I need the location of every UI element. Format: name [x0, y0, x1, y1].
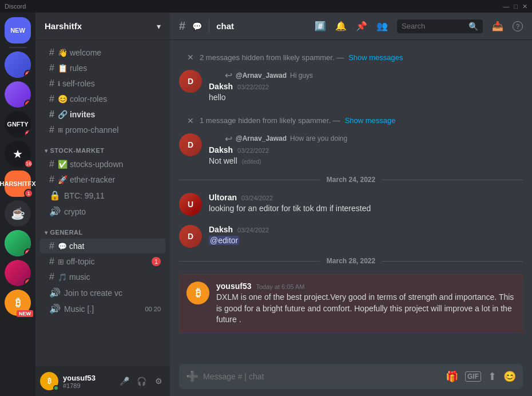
channel-header: # 💬 chat #️⃣ 🔔 📌 👥 🔍 📥 ? — [170, 13, 532, 40]
server-icon-2[interactable]: 6 — [5, 81, 31, 108]
upload-icon[interactable]: ⬆ — [488, 370, 497, 383]
channel-item-ether-tracker[interactable]: # 🚀 ether-tracker — [40, 172, 165, 187]
channel-item-self-roles[interactable]: # ℹ self-roles — [40, 76, 165, 91]
server-header[interactable]: Harshitfx ▾ — [35, 13, 170, 40]
channel-item-crypto[interactable]: 🔊 crypto — [40, 204, 165, 219]
server-icon-1[interactable]: 10 — [5, 52, 31, 78]
category-label: STOCK-MARKET — [50, 147, 105, 154]
author-yousuf: yousuf53 — [216, 282, 251, 291]
channel-item-promo-channel[interactable]: # ⊞ promo-channel — [40, 122, 165, 137]
dismiss-spam-1[interactable]: ✕ — [186, 53, 195, 62]
server-icon-7[interactable]: 10 — [5, 230, 31, 256]
server-icon-8[interactable]: 2 — [5, 260, 31, 286]
server-icon-main[interactable]: NEW — [5, 17, 31, 43]
channel-name: Music [.] — [64, 304, 145, 314]
search-bar[interactable]: 🔍 — [397, 19, 483, 33]
message-avatar-daksh-2: D — [179, 133, 202, 156]
main-content: # 💬 chat #️⃣ 🔔 📌 👥 🔍 📥 ? ✕ — [170, 13, 532, 396]
titlebar-title: Discord — [5, 3, 26, 10]
timestamp-highlighted: Today at 6:05 AM — [256, 283, 304, 290]
channel-name: BTC: 99,11 — [64, 191, 161, 200]
channel-name: chat — [69, 241, 161, 251]
category-general[interactable]: ▾ GENERAL — [35, 220, 170, 238]
gift-icon[interactable]: 🎁 — [446, 370, 458, 383]
titlebar: Discord — □ ✕ — [0, 0, 532, 13]
avatar-letter: ₿ — [47, 377, 51, 385]
dismiss-spam-2[interactable]: ✕ — [186, 116, 195, 125]
hash-icon: # — [49, 78, 54, 89]
server-icon-3[interactable]: GNFTY 12 — [5, 111, 31, 137]
message-group-2: D ↩ @Arnav_Jawad How are you doing Daksh… — [179, 133, 523, 167]
channel-name: invites — [70, 110, 161, 119]
channel-item-join-vc[interactable]: 🔊 Join to create vc — [40, 285, 165, 300]
channel-item-music[interactable]: # 🎵 music — [40, 270, 165, 284]
server-sidebar: NEW 10 6 GNFTY 12 ★ 16 HARSHITFX 1 ☕ 10 — [0, 13, 35, 396]
message-input[interactable] — [203, 372, 441, 381]
author-daksh-3: Daksh — [209, 225, 233, 234]
channel-header-name: chat — [216, 21, 234, 31]
bell-icon[interactable]: 🔔 — [335, 21, 347, 31]
channel-item-off-topic[interactable]: # ⊞ off-topic 1 — [40, 254, 165, 269]
server-icon-9[interactable]: ₿ NEW — [5, 290, 31, 316]
server-icon-label: NEW — [10, 27, 25, 34]
reply-indicator-1: ↩ @Arnav_Jawad Hi guys — [209, 70, 523, 81]
timestamp-4: 03/24/2022 — [237, 227, 269, 233]
server-divider — [9, 47, 27, 48]
server-name: Harshitfx — [45, 21, 82, 31]
message-text-1: hello — [209, 92, 523, 104]
hash-icon: # — [49, 159, 54, 169]
server-badge-4: 16 — [24, 159, 33, 168]
message-avatar-daksh-3: D — [179, 225, 202, 248]
minimize-button[interactable]: — — [503, 3, 509, 10]
message-content-highlighted: yousuf53 Today at 6:05 AM DXLM is one of… — [216, 282, 515, 326]
channel-sidebar: Harshitfx ▾ # 👋 welcome # 📋 rules # ℹ se… — [35, 13, 170, 396]
message-group-4: D Daksh 03/24/2022 @editor — [179, 225, 523, 248]
hash-icon: # — [49, 241, 54, 251]
channel-item-chat[interactable]: # 💬 chat — [40, 239, 165, 254]
hash-icon: # — [49, 63, 54, 73]
inbox-icon[interactable]: 📥 — [492, 21, 503, 31]
add-attachment-button[interactable]: ➕ — [186, 370, 198, 383]
close-button[interactable]: ✕ — [522, 3, 527, 10]
reply-indicator-2: ↩ @Arnav_Jawad How are you doing — [209, 133, 523, 144]
mic-button[interactable]: 🎤 — [117, 374, 131, 388]
search-input[interactable] — [402, 22, 465, 30]
maximize-button[interactable]: □ — [514, 3, 518, 10]
hashtag-action-icon[interactable]: #️⃣ — [315, 21, 326, 31]
settings-button[interactable]: ⚙ — [152, 374, 165, 388]
channel-item-music-vc[interactable]: 🔊 Music [.] 00 20 — [40, 301, 165, 316]
channel-item-stocks-updown[interactable]: # ✅ stocks-updown — [40, 157, 165, 172]
mention-editor: @editor — [209, 236, 239, 245]
server-icon-5[interactable]: HARSHITFX 1 — [5, 171, 31, 197]
hash-icon: # — [49, 272, 54, 282]
pin-icon[interactable]: 📌 — [356, 21, 367, 31]
emoji-icon[interactable]: 😊 — [503, 370, 516, 383]
server-badge-2: 6 — [24, 100, 31, 108]
headphones-button[interactable]: 🎧 — [134, 374, 148, 388]
message-avatar-ultoran: U — [179, 193, 202, 216]
user-info: yousuf53 #1789 — [63, 374, 117, 389]
timestamp-2: 03/22/2022 — [237, 147, 269, 154]
show-message-link[interactable]: Show message — [345, 116, 396, 125]
category-stock-market[interactable]: ▾ STOCK-MARKET — [35, 138, 170, 156]
members-icon[interactable]: 👥 — [376, 21, 388, 31]
channel-item-color-roles[interactable]: # 😊 color-roles — [40, 92, 165, 106]
channel-name: self-roles — [62, 79, 161, 88]
message-content-2: ↩ @Arnav_Jawad How are you doing Daksh 0… — [209, 133, 523, 167]
channel-name: off-topic — [66, 257, 152, 266]
channel-item-invites[interactable]: # 🔗 invites — [40, 107, 165, 122]
server-icon-6[interactable]: ☕ — [5, 200, 31, 227]
channel-item-btc[interactable]: 🔒 BTC: 99,11 — [40, 188, 165, 203]
messages-area: ✕ 2 messages hidden from likely spammer.… — [170, 40, 532, 357]
channel-item-welcome[interactable]: # 👋 welcome — [40, 45, 165, 60]
show-messages-link[interactable]: Show messages — [348, 53, 403, 62]
message-text-4: @editor — [209, 235, 523, 247]
message-content-1: ↩ @Arnav_Jawad Hi guys Daksh 03/22/2022 … — [209, 70, 523, 104]
user-status-indicator — [53, 385, 59, 391]
channel-item-rules[interactable]: # 📋 rules — [40, 61, 165, 76]
help-icon[interactable]: ? — [513, 21, 523, 31]
gif-button[interactable]: GIF — [465, 371, 481, 382]
author-daksh: Daksh — [209, 82, 233, 91]
server-icon-4[interactable]: ★ 16 — [5, 141, 31, 167]
message-text-2: Not well (edited) — [209, 156, 523, 167]
